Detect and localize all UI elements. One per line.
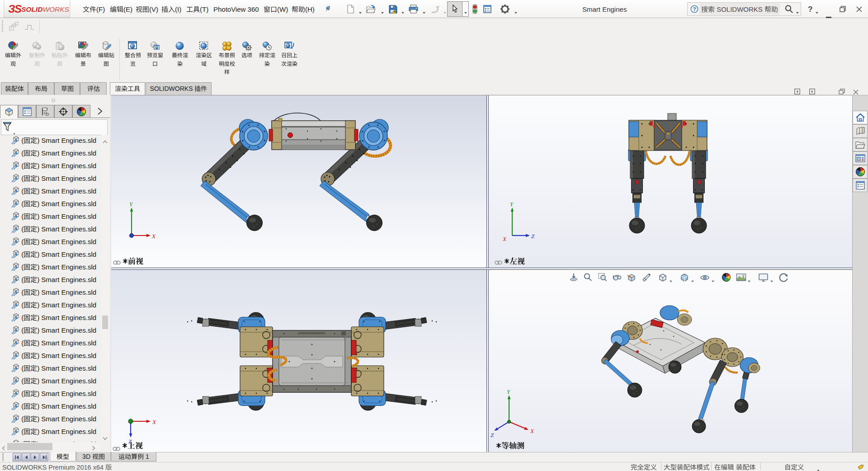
svg-text:Y: Y	[129, 201, 133, 207]
svg-text:Y: Y	[507, 389, 511, 395]
svg-text:X: X	[152, 419, 156, 425]
svg-text:X: X	[502, 236, 507, 242]
svg-text:X: X	[151, 233, 156, 240]
svg-text:Z: Z	[128, 438, 132, 445]
svg-text:X: X	[530, 428, 534, 434]
svg-text:Z: Z	[531, 233, 535, 240]
svg-text:Z: Z	[491, 432, 494, 438]
svg-text:Y: Y	[510, 201, 514, 207]
svg-text:?: ?	[693, 6, 696, 12]
